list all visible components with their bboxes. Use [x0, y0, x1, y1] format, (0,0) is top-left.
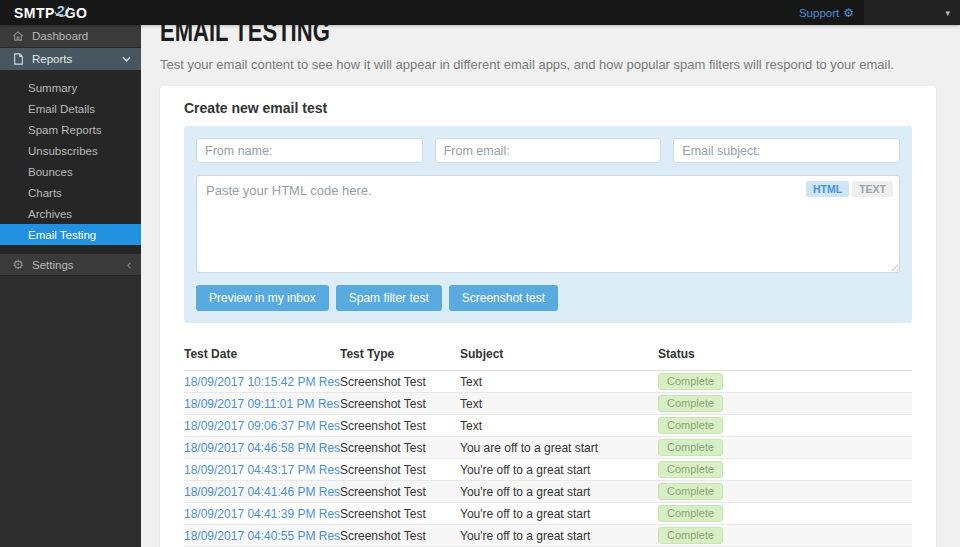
test-date-results-link[interactable]: 18/09/2017 04:40:55 PM Results — [184, 529, 340, 543]
col-subject: Subject — [460, 347, 658, 361]
file-icon — [12, 53, 24, 65]
sidebar-item-label: Email Testing — [28, 229, 96, 241]
sidebar-item-label: Reports — [32, 53, 72, 65]
sidebar-item-spam-reports[interactable]: Spam Reports — [0, 119, 141, 140]
sidebar-item-label: Bounces — [28, 166, 73, 178]
test-date: 18/09/2017 04:40:55 PM — [184, 529, 315, 543]
test-date-results-link[interactable]: 18/09/2017 10:15:42 PM Results — [184, 375, 340, 389]
sidebar-item-charts[interactable]: Charts — [0, 182, 141, 203]
sidebar-item-bounces[interactable]: Bounces — [0, 161, 141, 182]
text-mode-button[interactable]: TEXT — [852, 181, 893, 197]
gear-icon: ⚙ — [12, 259, 24, 271]
results-link-label: Results — [319, 463, 340, 477]
smtp2go-logo[interactable]: SMTP2GO — [0, 4, 88, 21]
test-type-cell: Screenshot Test — [340, 507, 460, 521]
col-test-date: Test Date — [184, 347, 340, 361]
subject-cell: You're off to a great start — [460, 485, 658, 499]
sidebar-item-email-details[interactable]: Email Details — [0, 98, 141, 119]
chevron-down-icon — [122, 56, 131, 62]
sidebar-item-label: Summary — [28, 82, 77, 94]
table-header-row: Test Date Test Type Subject Status — [184, 343, 912, 371]
sidebar-item-settings[interactable]: ⚙ Settings ‹ — [0, 253, 141, 276]
subject-cell: You're off to a great start — [460, 507, 658, 521]
table-row: 18/09/2017 04:40:55 PM Results Screensho… — [184, 525, 912, 547]
subject-cell: Text — [460, 397, 658, 411]
test-date: 18/09/2017 09:11:01 PM — [184, 397, 315, 411]
sidebar-item-summary[interactable]: Summary — [0, 77, 141, 98]
test-date: 18/09/2017 09:06:37 PM — [184, 419, 315, 433]
results-link-label: Results — [319, 507, 340, 521]
test-date-results-link[interactable]: 18/09/2017 09:06:37 PM Results — [184, 419, 340, 433]
account-dropdown[interactable]: ▾ — [864, 0, 960, 25]
reports-submenu: Summary Email Details Spam Reports Unsub… — [0, 71, 141, 253]
test-date-results-link[interactable]: 18/09/2017 04:41:46 PM Results — [184, 485, 340, 499]
sidebar-item-label: Settings — [32, 259, 74, 271]
table-row: 18/09/2017 04:43:17 PM Results Screensho… — [184, 459, 912, 481]
status-badge: Complete — [658, 461, 723, 478]
sidebar-item-dashboard[interactable]: Dashboard — [0, 25, 141, 48]
email-subject-input[interactable] — [673, 138, 900, 163]
test-date: 18/09/2017 10:15:42 PM — [184, 375, 315, 389]
status-badge: Complete — [658, 483, 723, 500]
from-name-input[interactable] — [196, 138, 423, 163]
preview-inbox-button[interactable]: Preview in my inbox — [196, 285, 329, 311]
support-label: Support — [799, 7, 839, 19]
sidebar-item-label: Dashboard — [32, 30, 88, 42]
results-link-label: Results — [319, 529, 340, 543]
page-subtitle: Test your email content to see how it wi… — [160, 57, 936, 72]
status-badge: Complete — [658, 373, 723, 390]
test-type-cell: Screenshot Test — [340, 441, 460, 455]
sidebar-item-unsubscribes[interactable]: Unsubscribes — [0, 140, 141, 161]
table-row: 18/09/2017 09:11:01 PM Results Screensho… — [184, 393, 912, 415]
support-gear-icon: ⚙ — [843, 7, 854, 19]
results-link-label: Results — [319, 375, 340, 389]
results-link-label: Results — [318, 397, 340, 411]
subject-cell: Text — [460, 419, 658, 433]
results-link-label: Results — [319, 485, 340, 499]
subject-cell: You're off to a great start — [460, 529, 658, 543]
table-row: 18/09/2017 10:15:42 PM Results Screensho… — [184, 371, 912, 393]
col-test-type: Test Type — [340, 347, 460, 361]
test-date: 18/09/2017 04:41:39 PM — [184, 507, 315, 521]
status-badge: Complete — [658, 417, 723, 434]
test-date: 18/09/2017 04:41:46 PM — [184, 485, 315, 499]
results-link-label: Results — [319, 419, 340, 433]
sidebar-item-label: Charts — [28, 187, 62, 199]
sidebar-item-archives[interactable]: Archives — [0, 203, 141, 224]
test-date-results-link[interactable]: 18/09/2017 04:43:17 PM Results — [184, 463, 340, 477]
status-badge: Complete — [658, 395, 723, 412]
chevron-down-icon: ▾ — [945, 8, 950, 18]
test-date-results-link[interactable]: 18/09/2017 04:41:39 PM Results — [184, 507, 340, 521]
test-results-table: Test Date Test Type Subject Status 18/09… — [184, 343, 912, 547]
test-date-results-link[interactable]: 18/09/2017 04:46:58 PM Results — [184, 441, 340, 455]
spam-filter-test-button[interactable]: Spam filter test — [336, 285, 442, 311]
support-link[interactable]: Support ⚙ — [799, 7, 854, 19]
test-date: 18/09/2017 04:46:58 PM — [184, 441, 315, 455]
sidebar-item-label: Unsubscribes — [28, 145, 98, 157]
subject-cell: You're off to a great start — [460, 463, 658, 477]
status-badge: Complete — [658, 505, 723, 522]
subject-cell: Text — [460, 375, 658, 389]
test-type-cell: Screenshot Test — [340, 375, 460, 389]
results-link-label: Results — [319, 441, 340, 455]
test-type-cell: Screenshot Test — [340, 485, 460, 499]
subject-cell: You are off to a great start — [460, 441, 658, 455]
table-row: 18/09/2017 04:41:46 PM Results Screensho… — [184, 481, 912, 503]
screenshot-test-button[interactable]: Screenshot test — [449, 285, 558, 311]
create-test-title: Create new email test — [184, 100, 912, 116]
sidebar-item-email-testing[interactable]: Email Testing — [0, 224, 141, 245]
test-type-cell: Screenshot Test — [340, 529, 460, 543]
sidebar: Dashboard Reports Summary Email Details … — [0, 25, 141, 547]
email-test-card: Create new email test HTML TEXT Preview … — [160, 86, 936, 547]
from-email-input[interactable] — [435, 138, 662, 163]
logo-text-pre: SMTP — [14, 5, 55, 21]
sidebar-item-label: Email Details — [28, 103, 95, 115]
table-row: 18/09/2017 04:41:39 PM Results Screensho… — [184, 503, 912, 525]
status-badge: Complete — [658, 527, 723, 544]
sidebar-item-reports[interactable]: Reports — [0, 48, 141, 71]
html-mode-button[interactable]: HTML — [806, 181, 849, 197]
test-date-results-link[interactable]: 18/09/2017 09:11:01 PM Results — [184, 397, 340, 411]
sidebar-item-label: Spam Reports — [28, 124, 102, 136]
create-test-form: HTML TEXT Preview in my inbox Spam filte… — [184, 126, 912, 323]
html-code-textarea[interactable] — [196, 175, 900, 273]
